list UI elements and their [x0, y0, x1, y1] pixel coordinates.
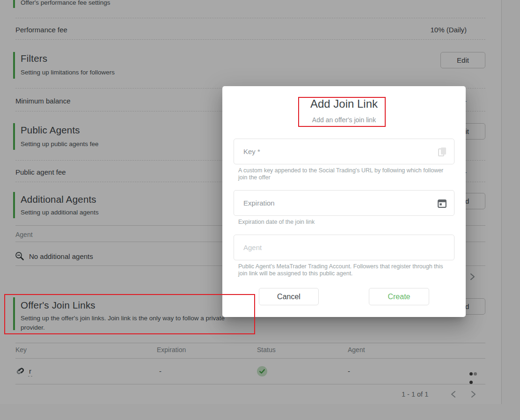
key-field-helper: A custom key appended to the Social Trad… — [238, 167, 449, 181]
agent-field-label: Agent — [243, 243, 262, 251]
dialog-title: Add Join Link — [222, 97, 466, 111]
key-field[interactable]: Key * — [234, 139, 454, 164]
calendar-icon[interactable] — [438, 199, 447, 210]
expiration-field[interactable]: Expiration — [234, 190, 454, 216]
dialog-subtitle: Add an offer's join link — [222, 116, 466, 124]
add-join-link-dialog: Add Join Link Add an offer's join link K… — [222, 86, 466, 317]
create-button[interactable]: Create — [369, 288, 429, 305]
agent-field-helper: Public Agent's MetaTrader Trading Accoun… — [238, 263, 449, 277]
screen: Offer's performance fee settings Perform… — [0, 0, 520, 420]
key-field-label: Key * — [243, 147, 260, 155]
expiration-field-label: Expiration — [243, 199, 275, 207]
agent-field[interactable]: Agent — [234, 235, 454, 260]
copy-icon[interactable] — [438, 147, 447, 159]
cancel-button[interactable]: Cancel — [259, 288, 319, 305]
expiration-field-helper: Expiration date of the join link — [238, 219, 449, 226]
